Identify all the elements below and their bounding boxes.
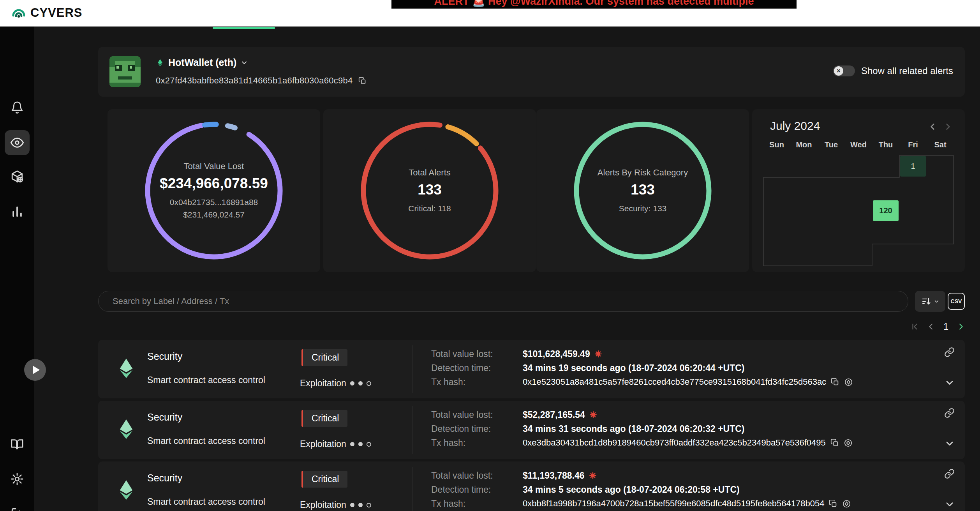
- severity-badge: Critical: [301, 349, 347, 366]
- divider: [293, 345, 293, 393]
- phase-label: Exploitation: [300, 500, 346, 510]
- calendar-month-title: July 2024: [770, 119, 820, 133]
- alert-value-lost: $101,628,459.49: [523, 347, 590, 361]
- alert-link-icon[interactable]: [944, 347, 955, 357]
- calendar-grid: 1 120: [763, 155, 954, 266]
- first-page-icon[interactable]: [911, 322, 919, 331]
- calendar-next-icon[interactable]: [943, 122, 953, 132]
- alert-tx-hash: 0x1e523051a8a481c5a57fe8261cced4cb3e775c…: [523, 375, 826, 389]
- divider: [293, 467, 293, 511]
- alert-category: Security: [147, 351, 182, 362]
- search-input[interactable]: [98, 291, 908, 312]
- next-page-icon[interactable]: [956, 322, 965, 331]
- etherscan-icon[interactable]: [842, 499, 851, 508]
- copy-tx-hash-icon[interactable]: [829, 499, 837, 508]
- copy-tx-hash-icon[interactable]: [831, 378, 839, 386]
- eth-icon: [156, 58, 164, 67]
- alert-row: Security Smart contract access control C…: [98, 340, 965, 398]
- day-header: Wed: [845, 140, 872, 149]
- alert-expand-chevron-icon[interactable]: [944, 438, 955, 449]
- docs-book-icon[interactable]: [11, 438, 24, 451]
- alert-category: Security: [147, 412, 182, 423]
- stat-value: 133: [418, 182, 442, 198]
- eth-icon: [115, 478, 138, 502]
- copy-address-icon[interactable]: [358, 77, 367, 85]
- alert-detection-time: 34 mins 19 seconds ago (18-07-2024 06:20…: [523, 361, 853, 375]
- label-tx-hash: Tx hash:: [431, 375, 493, 389]
- calendar-prev-icon[interactable]: [927, 122, 938, 132]
- sort-icon: [921, 296, 931, 306]
- alert-subcategory: Smart contract access control: [147, 497, 265, 507]
- phase-dot-filled: [358, 503, 363, 507]
- play-button[interactable]: [24, 359, 46, 381]
- phase-dot-filled: [350, 442, 354, 446]
- wallet-selector[interactable]: HotWallet (eth): [156, 57, 248, 68]
- stat-sub-address: 0x04b21735...16891a88: [170, 197, 258, 207]
- alert-expand-chevron-icon[interactable]: [944, 377, 955, 388]
- divider: [293, 406, 293, 454]
- alert-field-labels: Total value lost: Detection time: Tx has…: [431, 469, 493, 511]
- current-page-number[interactable]: 1: [943, 322, 948, 332]
- eth-icon: [115, 417, 138, 441]
- day-header: Sun: [763, 140, 790, 149]
- analytics-bar-chart-icon[interactable]: [11, 205, 24, 218]
- alert-subcategory: Smart contract access control: [147, 436, 265, 446]
- calendar-cell-day-1[interactable]: 1: [900, 156, 926, 177]
- pagination: 1: [892, 320, 965, 333]
- assets-cube-globe-icon[interactable]: [11, 170, 24, 183]
- exploit-virus-icon: [589, 472, 596, 479]
- notifications-bell-icon[interactable]: [11, 101, 24, 114]
- csv-export-button[interactable]: CSV: [948, 293, 965, 310]
- related-alerts-toggle-group: × Show all related alerts: [833, 65, 953, 76]
- chevron-down-icon: [934, 299, 939, 304]
- sidebar-item-monitoring-active[interactable]: [5, 130, 30, 155]
- prev-page-icon[interactable]: [927, 322, 936, 331]
- label-detection-time: Detection time:: [431, 483, 493, 497]
- etherscan-icon[interactable]: [844, 378, 853, 387]
- label-total-value-lost: Total value lost:: [431, 469, 493, 483]
- stat-sub: Critical: 118: [408, 203, 451, 214]
- brand-logo: CYVERS: [11, 5, 82, 21]
- calendar-day-headers: Sun Mon Tue Wed Thu Fri Sat: [763, 140, 954, 149]
- logout-icon[interactable]: [11, 507, 24, 511]
- active-tab-underline: [213, 27, 275, 29]
- alert-value-lost: $52,287,165.54: [523, 408, 585, 422]
- sort-button[interactable]: [915, 291, 945, 312]
- day-header: Thu: [872, 140, 899, 149]
- calendar-cell-count-120[interactable]: 120: [873, 200, 899, 221]
- alert-field-labels: Total value lost: Detection time: Tx has…: [431, 347, 493, 389]
- alert-tx-hash: 0xe3dba30431bcd1d8b9189460cb973ff0addf33…: [523, 436, 826, 450]
- settings-gear-icon[interactable]: [11, 472, 24, 486]
- csv-label: CSV: [951, 298, 962, 304]
- eye-icon: [11, 136, 24, 149]
- day-header: Fri: [899, 140, 927, 149]
- label-tx-hash: Tx hash:: [431, 436, 493, 450]
- stat-value: 133: [631, 182, 655, 198]
- alert-detection-time: 34 mins 5 seconds ago (18-07-2024 06:20:…: [523, 483, 851, 497]
- label-tx-hash: Tx hash:: [431, 497, 493, 511]
- show-related-alerts-toggle[interactable]: ×: [833, 65, 855, 76]
- alert-row: Security Smart contract access control C…: [98, 461, 965, 511]
- stat-value: $234,966,078.59: [160, 175, 268, 192]
- severity-badge: Critical: [301, 410, 347, 427]
- stat-sub: Security: 133: [619, 203, 667, 214]
- day-header: Sat: [927, 140, 954, 149]
- phase-dot-empty: [367, 381, 371, 386]
- alert-link-icon[interactable]: [944, 408, 955, 418]
- divider: [412, 467, 413, 511]
- alert-field-labels: Total value lost: Detection time: Tx has…: [431, 408, 493, 450]
- phase-label: Exploitation: [300, 378, 346, 389]
- alert-expand-chevron-icon[interactable]: [944, 499, 955, 510]
- wallet-address: 0x27fd43babfbe83a81d14665b1a6fb8030a60c9…: [156, 76, 353, 86]
- chevron-down-icon: [240, 59, 248, 67]
- alert-link-icon[interactable]: [944, 469, 955, 479]
- phase-dot-filled: [358, 381, 363, 385]
- play-icon: [33, 366, 40, 374]
- alert-row: Security Smart contract access control C…: [98, 401, 965, 459]
- stat-card-total-value-lost: Total Value Lost $234,966,078.59 0x04b21…: [108, 109, 320, 272]
- toggle-label: Show all related alerts: [861, 65, 953, 76]
- copy-tx-hash-icon[interactable]: [830, 439, 839, 447]
- etherscan-icon[interactable]: [844, 439, 853, 447]
- toggle-knob: ×: [834, 66, 843, 76]
- phase-dot-empty: [367, 503, 371, 507]
